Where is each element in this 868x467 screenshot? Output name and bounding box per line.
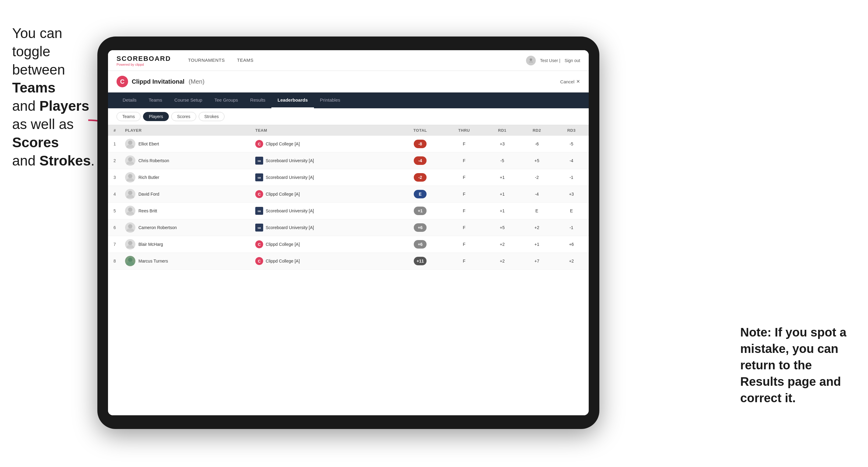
score-badge: -2 — [414, 173, 427, 182]
tab-leaderboards[interactable]: Leaderboards — [271, 92, 314, 108]
cell-player: Chris Robertson — [121, 152, 252, 169]
cell-team: CClippd College [A] — [252, 136, 397, 152]
tab-results[interactable]: Results — [244, 92, 271, 108]
svg-point-9 — [128, 191, 132, 195]
nav-right: Test User | Sign out — [526, 56, 580, 65]
team-name: Clippd College [A] — [266, 192, 300, 196]
score-badge: +6 — [414, 223, 427, 232]
team-name: Clippd College [A] — [266, 258, 300, 263]
svg-point-2 — [128, 141, 132, 145]
cell-rd2: E — [520, 203, 554, 219]
cell-rd1: +2 — [485, 253, 520, 270]
cell-total: +6 — [397, 219, 443, 236]
annotation-and1: and — [12, 98, 39, 114]
cell-thru: F — [443, 236, 485, 253]
tab-course-setup[interactable]: Course Setup — [168, 92, 208, 108]
team-logo: SB — [255, 224, 263, 231]
player-avatar — [125, 172, 135, 183]
cell-rank: 8 — [108, 253, 121, 270]
cell-player: Rich Butler — [121, 169, 252, 186]
cell-thru: F — [443, 253, 485, 270]
tournament-title-row: C Clippd Invitational (Men) — [117, 76, 205, 87]
left-annotation: You can toggle between Teams and Players… — [12, 24, 97, 170]
cell-team: CClippd College [A] — [252, 253, 397, 270]
cell-thru: F — [443, 152, 485, 169]
cell-rd1: +2 — [485, 236, 520, 253]
team-logo: C — [255, 140, 263, 148]
cell-rd2: +2 — [520, 219, 554, 236]
team-logo: C — [255, 240, 263, 248]
cancel-button[interactable]: Cancel ✕ — [560, 79, 580, 84]
player-avatar — [125, 239, 135, 249]
tab-details[interactable]: Details — [117, 92, 143, 108]
cell-rd1: +1 — [485, 186, 520, 203]
annotation-line2: between — [12, 62, 65, 77]
score-badge: +1 — [414, 207, 427, 215]
player-name: Marcus Turners — [138, 258, 168, 263]
cell-thru: F — [443, 186, 485, 203]
cell-team: CClippd College [A] — [252, 186, 397, 203]
annotation-players-bold: Players — [39, 98, 89, 114]
team-logo: SB — [255, 157, 263, 164]
sign-out-link[interactable]: Sign out — [565, 58, 580, 63]
cell-rank: 6 — [108, 219, 121, 236]
right-annotation: Note: If you spot a mistake, you can ret… — [740, 324, 856, 406]
player-name: Cameron Robertson — [138, 225, 177, 230]
cell-rd1: +1 — [485, 169, 520, 186]
cell-rd1: +3 — [485, 136, 520, 152]
table-row: 7Blair McHargCClippd College [A]+6F+2+1+… — [108, 236, 589, 253]
score-badge: -8 — [414, 139, 427, 148]
tab-tee-groups[interactable]: Tee Groups — [208, 92, 244, 108]
toggle-strokes[interactable]: Strokes — [199, 112, 224, 121]
cell-rd2: -4 — [520, 186, 554, 203]
table-row: 4David FordCClippd College [A]EF+1-4+3 — [108, 186, 589, 203]
svg-point-6 — [128, 174, 132, 178]
team-logo: C — [255, 257, 263, 265]
cell-thru: F — [443, 203, 485, 219]
device-frame: SCOREBOARD Powered by clippd TOURNAMENTS… — [97, 36, 599, 429]
player-avatar — [125, 155, 135, 166]
cell-rd3: E — [554, 203, 589, 219]
cell-rd3: -4 — [554, 152, 589, 169]
player-avatar — [125, 206, 135, 216]
score-badge: +11 — [414, 257, 427, 265]
annotation-scores-bold: Scores — [12, 134, 59, 150]
cell-player: Marcus Turners — [121, 253, 252, 270]
cell-thru: F — [443, 169, 485, 186]
score-badge: -4 — [414, 156, 427, 165]
toggle-row: Teams Players Scores Strokes — [108, 108, 589, 125]
cell-rd3: -1 — [554, 219, 589, 236]
logo-subtitle: Powered by clippd — [117, 63, 171, 66]
cell-total: E — [397, 186, 443, 203]
cell-team: SBScoreboard University [A] — [252, 169, 397, 186]
team-name: Clippd College [A] — [266, 242, 300, 247]
svg-point-16 — [128, 241, 132, 245]
tab-teams[interactable]: Teams — [143, 92, 168, 108]
annotation-and2: and — [12, 153, 39, 168]
score-badge: +6 — [414, 240, 427, 249]
cell-rd3: +2 — [554, 253, 589, 270]
cell-total: -8 — [397, 136, 443, 152]
nav-links: TOURNAMENTS TEAMS — [182, 50, 526, 71]
toggle-teams[interactable]: Teams — [117, 112, 141, 121]
col-team: TEAM — [252, 125, 397, 136]
note-label: Note: If you spot a mistake, you can ret… — [740, 325, 846, 405]
cell-player: Blair McHarg — [121, 236, 252, 253]
score-badge: E — [414, 190, 427, 198]
toggle-players[interactable]: Players — [143, 112, 169, 121]
team-name: Scoreboard University [A] — [266, 209, 314, 213]
player-avatar — [125, 139, 135, 149]
player-name: Rees Britt — [138, 209, 157, 213]
col-rd2: RD2 — [520, 125, 554, 136]
col-rank: # — [108, 125, 121, 136]
toggle-scores[interactable]: Scores — [171, 112, 196, 121]
cell-player: Rees Britt — [121, 203, 252, 219]
nav-teams[interactable]: TEAMS — [231, 50, 259, 71]
tab-printables[interactable]: Printables — [314, 92, 346, 108]
col-rd3: RD3 — [554, 125, 589, 136]
player-name: Chris Robertson — [138, 158, 169, 163]
players-table: # PLAYER TEAM TOTAL THRU RD1 RD2 RD3 1El… — [108, 125, 589, 270]
nav-tournaments[interactable]: TOURNAMENTS — [182, 50, 231, 71]
svg-text:SB: SB — [258, 160, 261, 162]
cell-team: SBScoreboard University [A] — [252, 203, 397, 219]
